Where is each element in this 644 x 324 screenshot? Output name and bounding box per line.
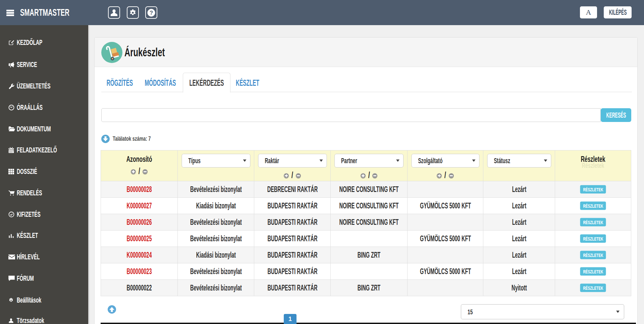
svg-text:?: ? [150,9,153,16]
